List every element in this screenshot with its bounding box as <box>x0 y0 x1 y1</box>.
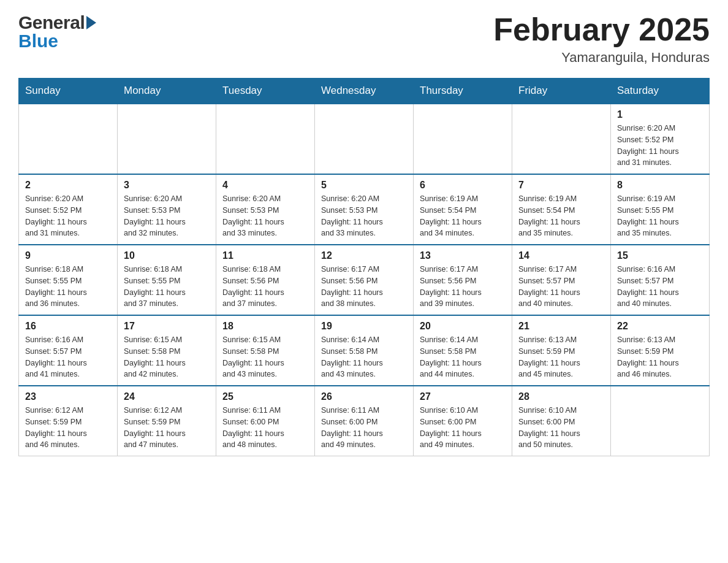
day-info: Sunrise: 6:18 AMSunset: 5:55 PMDaylight:… <box>25 264 111 310</box>
day-number: 26 <box>321 391 407 402</box>
logo-line1: General <box>18 12 96 33</box>
day-info: Sunrise: 6:16 AMSunset: 5:57 PMDaylight:… <box>617 264 703 310</box>
day-number: 8 <box>617 180 703 191</box>
calendar-cell: 1Sunrise: 6:20 AMSunset: 5:52 PMDaylight… <box>611 104 710 174</box>
calendar-cell: 7Sunrise: 6:19 AMSunset: 5:54 PMDaylight… <box>512 174 611 245</box>
day-number: 1 <box>617 109 703 120</box>
calendar-cell: 14Sunrise: 6:17 AMSunset: 5:57 PMDayligh… <box>512 245 611 315</box>
week-row-4: 16Sunrise: 6:16 AMSunset: 5:57 PMDayligh… <box>19 315 710 386</box>
day-number: 22 <box>617 321 703 332</box>
weekday-header-friday: Friday <box>512 79 611 104</box>
day-info: Sunrise: 6:20 AMSunset: 5:52 PMDaylight:… <box>25 193 111 239</box>
logo-general-text: General <box>18 12 85 33</box>
week-row-5: 23Sunrise: 6:12 AMSunset: 5:59 PMDayligh… <box>19 386 710 456</box>
weekday-header-saturday: Saturday <box>611 79 710 104</box>
day-number: 21 <box>518 321 604 332</box>
day-info: Sunrise: 6:17 AMSunset: 5:57 PMDaylight:… <box>518 264 604 310</box>
day-number: 20 <box>420 321 506 332</box>
day-info: Sunrise: 6:11 AMSunset: 6:00 PMDaylight:… <box>222 405 308 451</box>
logo: General Blue <box>18 12 96 52</box>
calendar-cell: 25Sunrise: 6:11 AMSunset: 6:00 PMDayligh… <box>216 386 315 456</box>
calendar-cell: 9Sunrise: 6:18 AMSunset: 5:55 PMDaylight… <box>19 245 118 315</box>
day-number: 14 <box>518 250 604 261</box>
day-info: Sunrise: 6:18 AMSunset: 5:56 PMDaylight:… <box>222 264 308 310</box>
calendar-cell: 20Sunrise: 6:14 AMSunset: 5:58 PMDayligh… <box>414 315 512 386</box>
calendar-cell: 5Sunrise: 6:20 AMSunset: 5:53 PMDaylight… <box>315 174 414 245</box>
day-number: 28 <box>518 391 604 402</box>
day-number: 10 <box>124 250 210 261</box>
calendar-cell: 24Sunrise: 6:12 AMSunset: 5:59 PMDayligh… <box>118 386 216 456</box>
day-number: 13 <box>420 250 506 261</box>
day-info: Sunrise: 6:20 AMSunset: 5:52 PMDaylight:… <box>617 123 703 169</box>
weekday-header-sunday: Sunday <box>19 79 118 104</box>
day-info: Sunrise: 6:19 AMSunset: 5:54 PMDaylight:… <box>420 193 506 239</box>
calendar-cell: 27Sunrise: 6:10 AMSunset: 6:00 PMDayligh… <box>414 386 512 456</box>
weekday-header-row: SundayMondayTuesdayWednesdayThursdayFrid… <box>19 79 710 104</box>
day-number: 25 <box>222 391 308 402</box>
logo-blue-text: Blue <box>18 31 58 52</box>
day-info: Sunrise: 6:17 AMSunset: 5:56 PMDaylight:… <box>321 264 407 310</box>
calendar-table: SundayMondayTuesdayWednesdayThursdayFrid… <box>18 78 710 456</box>
weekday-header-tuesday: Tuesday <box>216 79 315 104</box>
day-number: 7 <box>518 180 604 191</box>
day-info: Sunrise: 6:18 AMSunset: 5:55 PMDaylight:… <box>124 264 210 310</box>
calendar-cell: 18Sunrise: 6:15 AMSunset: 5:58 PMDayligh… <box>216 315 315 386</box>
day-number: 3 <box>124 180 210 191</box>
day-info: Sunrise: 6:12 AMSunset: 5:59 PMDaylight:… <box>124 405 210 451</box>
day-number: 11 <box>222 250 308 261</box>
day-info: Sunrise: 6:14 AMSunset: 5:58 PMDaylight:… <box>420 334 506 380</box>
day-number: 6 <box>420 180 506 191</box>
day-number: 17 <box>124 321 210 332</box>
day-number: 9 <box>25 250 111 261</box>
day-info: Sunrise: 6:15 AMSunset: 5:58 PMDaylight:… <box>222 334 308 380</box>
day-number: 23 <box>25 391 111 402</box>
calendar-cell: 19Sunrise: 6:14 AMSunset: 5:58 PMDayligh… <box>315 315 414 386</box>
calendar-cell: 12Sunrise: 6:17 AMSunset: 5:56 PMDayligh… <box>315 245 414 315</box>
week-row-3: 9Sunrise: 6:18 AMSunset: 5:55 PMDaylight… <box>19 245 710 315</box>
week-row-2: 2Sunrise: 6:20 AMSunset: 5:52 PMDaylight… <box>19 174 710 245</box>
day-info: Sunrise: 6:20 AMSunset: 5:53 PMDaylight:… <box>222 193 308 239</box>
calendar-cell <box>216 104 315 174</box>
day-number: 5 <box>321 180 407 191</box>
day-info: Sunrise: 6:11 AMSunset: 6:00 PMDaylight:… <box>321 405 407 451</box>
day-info: Sunrise: 6:13 AMSunset: 5:59 PMDaylight:… <box>617 334 703 380</box>
calendar-cell <box>19 104 118 174</box>
calendar-cell: 23Sunrise: 6:12 AMSunset: 5:59 PMDayligh… <box>19 386 118 456</box>
calendar-cell: 28Sunrise: 6:10 AMSunset: 6:00 PMDayligh… <box>512 386 611 456</box>
day-info: Sunrise: 6:19 AMSunset: 5:54 PMDaylight:… <box>518 193 604 239</box>
day-number: 15 <box>617 250 703 261</box>
calendar-cell <box>611 386 710 456</box>
calendar-cell <box>315 104 414 174</box>
calendar-cell: 21Sunrise: 6:13 AMSunset: 5:59 PMDayligh… <box>512 315 611 386</box>
calendar-cell: 26Sunrise: 6:11 AMSunset: 6:00 PMDayligh… <box>315 386 414 456</box>
weekday-header-thursday: Thursday <box>414 79 512 104</box>
day-info: Sunrise: 6:10 AMSunset: 6:00 PMDaylight:… <box>420 405 506 451</box>
week-row-1: 1Sunrise: 6:20 AMSunset: 5:52 PMDaylight… <box>19 104 710 174</box>
calendar-cell <box>118 104 216 174</box>
calendar-cell: 6Sunrise: 6:19 AMSunset: 5:54 PMDaylight… <box>414 174 512 245</box>
day-info: Sunrise: 6:17 AMSunset: 5:56 PMDaylight:… <box>420 264 506 310</box>
weekday-header-wednesday: Wednesday <box>315 79 414 104</box>
day-number: 19 <box>321 321 407 332</box>
calendar-cell: 15Sunrise: 6:16 AMSunset: 5:57 PMDayligh… <box>611 245 710 315</box>
day-number: 12 <box>321 250 407 261</box>
calendar-cell <box>512 104 611 174</box>
calendar-subtitle: Yamaranguila, Honduras <box>493 50 710 66</box>
header: General Blue February 2025 Yamaranguila,… <box>18 12 710 66</box>
calendar-title: February 2025 <box>493 12 710 47</box>
calendar-cell: 3Sunrise: 6:20 AMSunset: 5:53 PMDaylight… <box>118 174 216 245</box>
calendar-cell: 16Sunrise: 6:16 AMSunset: 5:57 PMDayligh… <box>19 315 118 386</box>
day-number: 2 <box>25 180 111 191</box>
logo-triangle-icon <box>86 16 96 29</box>
day-info: Sunrise: 6:14 AMSunset: 5:58 PMDaylight:… <box>321 334 407 380</box>
day-number: 4 <box>222 180 308 191</box>
day-number: 24 <box>124 391 210 402</box>
calendar-cell <box>414 104 512 174</box>
weekday-header-monday: Monday <box>118 79 216 104</box>
title-area: February 2025 Yamaranguila, Honduras <box>493 12 710 66</box>
day-number: 18 <box>222 321 308 332</box>
day-info: Sunrise: 6:16 AMSunset: 5:57 PMDaylight:… <box>25 334 111 380</box>
day-info: Sunrise: 6:10 AMSunset: 6:00 PMDaylight:… <box>518 405 604 451</box>
calendar-cell: 8Sunrise: 6:19 AMSunset: 5:55 PMDaylight… <box>611 174 710 245</box>
day-info: Sunrise: 6:12 AMSunset: 5:59 PMDaylight:… <box>25 405 111 451</box>
